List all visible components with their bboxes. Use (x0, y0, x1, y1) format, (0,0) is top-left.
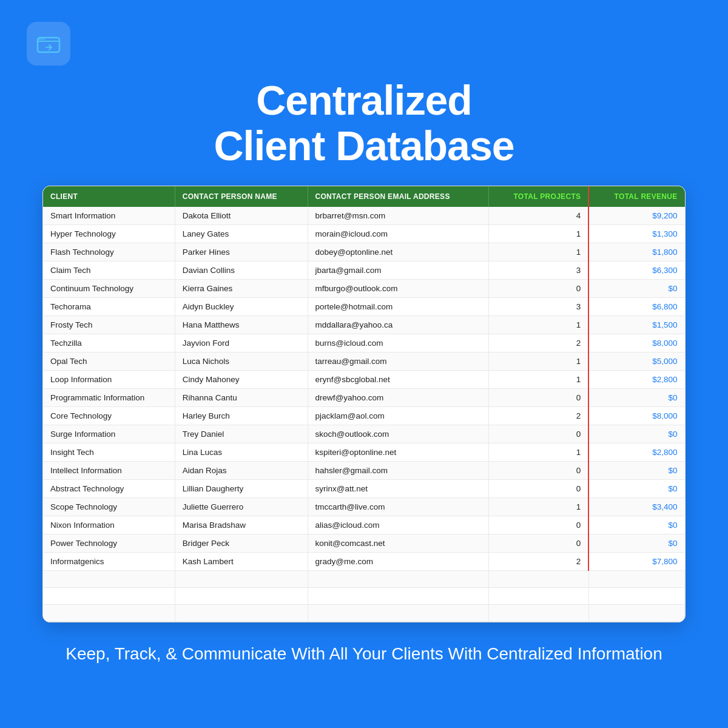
cell-total-projects: 0 (489, 479, 589, 497)
table-row: Scope TechnologyJuliette Guerrerotmccart… (43, 497, 685, 516)
cell-contact-name: Cindy Mahoney (175, 370, 308, 388)
table-row: Smart InformationDakota Elliottbrbarret@… (43, 207, 685, 225)
cell-total-revenue: $5,000 (588, 352, 684, 370)
table-row: Loop InformationCindy Mahoneyerynf@sbcgl… (43, 370, 685, 388)
cell-client: Informatgenics (43, 552, 175, 570)
cell-contact-name: Kash Lambert (175, 552, 308, 570)
cell-total-revenue: $1,300 (588, 224, 684, 243)
cell-total-projects: 3 (489, 297, 589, 315)
cell-contact-email: hahsler@gmail.com (308, 461, 489, 479)
cell-total-revenue: $9,200 (588, 207, 684, 225)
cell-client: Opal Tech (43, 352, 175, 370)
cell-empty (175, 587, 308, 604)
col-header-total-projects: TOTAL PROJECTS (489, 186, 589, 207)
table-row: Programmatic InformationRihanna Cantudre… (43, 388, 685, 406)
table-row: Insight TechLina Lucaskspiteri@optonline… (43, 443, 685, 461)
cell-total-revenue: $0 (588, 279, 684, 297)
cell-total-projects: 1 (489, 352, 589, 370)
cell-contact-name: Davian Collins (175, 261, 308, 279)
cell-contact-email: skoch@outlook.com (308, 425, 489, 443)
cell-empty (489, 604, 589, 621)
cell-contact-name: Luca Nichols (175, 352, 308, 370)
table-row: TechzillaJayvion Fordburns@icloud.com2$8… (43, 334, 685, 352)
cell-contact-name: Aidan Rojas (175, 461, 308, 479)
cell-empty (489, 587, 589, 604)
cell-client: Abstract Technology (43, 479, 175, 497)
table-row: Claim TechDavian Collinsjbarta@gmail.com… (43, 261, 685, 279)
title-line2: Client Database (214, 123, 514, 169)
col-header-total-revenue: TOTAL REVENUE (588, 186, 684, 207)
cell-total-projects: 2 (489, 334, 589, 352)
cell-total-projects: 2 (489, 552, 589, 570)
cell-client: Surge Information (43, 425, 175, 443)
table-row-empty (43, 587, 685, 604)
cell-contact-email: erynf@sbcglobal.net (308, 370, 489, 388)
cell-contact-email: burns@icloud.com (308, 334, 489, 352)
col-header-contact-email: CONTACT PERSON EMAIL ADDRESS (308, 186, 489, 207)
cell-empty (308, 587, 489, 604)
cell-contact-email: pjacklam@aol.com (308, 406, 489, 425)
cell-contact-name: Laney Gates (175, 224, 308, 243)
client-table: CLIENT CONTACT PERSON NAME CONTACT PERSO… (43, 186, 685, 622)
cell-contact-email: mddallara@yahoo.ca (308, 315, 489, 334)
table-row-empty (43, 604, 685, 621)
col-header-client: CLIENT (43, 186, 175, 207)
cell-total-projects: 0 (489, 279, 589, 297)
cell-contact-email: dobey@optonline.net (308, 243, 489, 261)
cell-total-revenue: $0 (588, 425, 684, 443)
cell-empty (43, 604, 175, 621)
cell-total-projects: 1 (489, 370, 589, 388)
cell-client: Programmatic Information (43, 388, 175, 406)
cell-empty (588, 587, 684, 604)
cell-contact-name: Rihanna Cantu (175, 388, 308, 406)
cell-client: Claim Tech (43, 261, 175, 279)
table-container: CLIENT CONTACT PERSON NAME CONTACT PERSO… (42, 186, 686, 622)
cell-empty (588, 604, 684, 621)
main-title: Centralized Client Database (214, 78, 514, 169)
cell-contact-email: drewf@yahoo.com (308, 388, 489, 406)
cell-client: Insight Tech (43, 443, 175, 461)
cell-contact-email: tmccarth@live.com (308, 497, 489, 516)
cell-contact-name: Harley Burch (175, 406, 308, 425)
cell-contact-name: Kierra Gaines (175, 279, 308, 297)
cell-contact-email: portele@hotmail.com (308, 297, 489, 315)
cell-client: Loop Information (43, 370, 175, 388)
subtitle-text: Keep, Track, & Communicate With All Your… (66, 642, 662, 666)
cell-contact-email: konit@comcast.net (308, 534, 489, 552)
cell-contact-email: grady@me.com (308, 552, 489, 570)
cell-contact-name: Jayvion Ford (175, 334, 308, 352)
cell-total-revenue: $0 (588, 388, 684, 406)
table-row: Abstract TechnologyLillian Daughertysyri… (43, 479, 685, 497)
cell-client: Frosty Tech (43, 315, 175, 334)
cell-total-revenue: $1,500 (588, 315, 684, 334)
cell-total-projects: 2 (489, 406, 589, 425)
cell-total-revenue: $0 (588, 479, 684, 497)
cell-empty (175, 604, 308, 621)
cell-client: Smart Information (43, 207, 175, 225)
cell-empty (308, 604, 489, 621)
table-row-empty (43, 570, 685, 587)
cell-contact-name: Lina Lucas (175, 443, 308, 461)
cell-total-projects: 0 (489, 388, 589, 406)
table-header-row: CLIENT CONTACT PERSON NAME CONTACT PERSO… (43, 186, 685, 207)
cell-contact-name: Juliette Guerrero (175, 497, 308, 516)
table-row: Intellect InformationAidan Rojashahsler@… (43, 461, 685, 479)
col-header-contact-name: CONTACT PERSON NAME (175, 186, 308, 207)
cell-total-projects: 4 (489, 207, 589, 225)
cell-total-projects: 1 (489, 243, 589, 261)
cell-total-projects: 1 (489, 224, 589, 243)
cell-total-revenue: $8,000 (588, 334, 684, 352)
cell-total-projects: 0 (489, 425, 589, 443)
cell-contact-email: brbarret@msn.com (308, 207, 489, 225)
cell-total-revenue: $6,800 (588, 297, 684, 315)
cell-total-projects: 0 (489, 516, 589, 534)
table-row: Power TechnologyBridger Peckkonit@comcas… (43, 534, 685, 552)
cell-contact-name: Marisa Bradshaw (175, 516, 308, 534)
table-row: InformatgenicsKash Lambertgrady@me.com2$… (43, 552, 685, 570)
cell-total-revenue: $6,300 (588, 261, 684, 279)
cell-empty (175, 570, 308, 587)
table-row: Surge InformationTrey Danielskoch@outloo… (43, 425, 685, 443)
table-row: Continuum TechnologyKierra Gainesmfburgo… (43, 279, 685, 297)
cell-total-revenue: $2,800 (588, 370, 684, 388)
subtitle-section: Keep, Track, & Communicate With All Your… (29, 642, 699, 666)
